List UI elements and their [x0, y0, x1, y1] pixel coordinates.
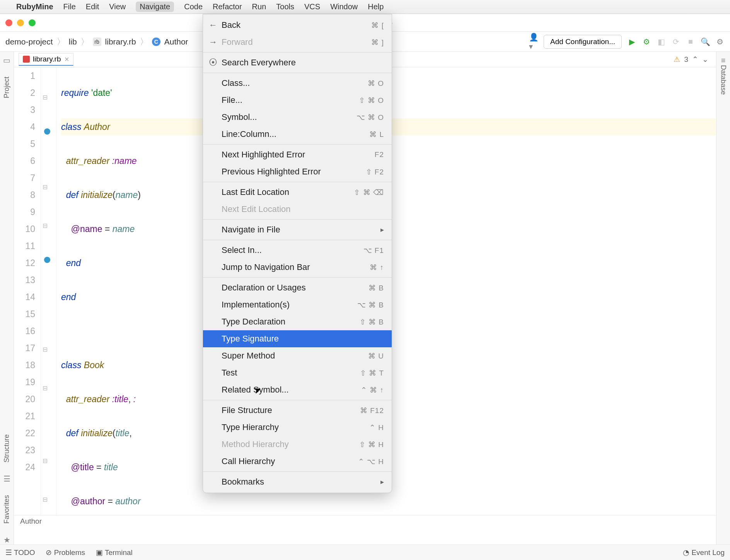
profile-icon[interactable]: ⟳ — [671, 37, 681, 46]
coverage-icon[interactable]: ◧ — [657, 37, 666, 46]
menu-vcs[interactable]: VCS — [304, 2, 320, 11]
menu-shortcut: ⇧ ⌘ H — [359, 440, 384, 449]
menu-view[interactable]: View — [109, 2, 126, 11]
menu-item-label: Select In... — [222, 245, 262, 255]
menu-shortcut: ⌃ ⌥ H — [358, 457, 384, 466]
debug-icon[interactable]: ⚙ — [642, 37, 651, 46]
menu-shortcut: ⌥ ⌘ B — [357, 300, 384, 309]
submenu-chevron-icon: ▸ — [380, 225, 384, 234]
project-tool[interactable]: Project — [3, 77, 11, 98]
crumb-file[interactable]: library.rb — [105, 37, 136, 46]
menu-shortcut: ⇧ ⌘ O — [359, 96, 384, 105]
run-icon[interactable]: ▶ — [627, 37, 636, 46]
user-icon[interactable]: 👤▾ — [529, 37, 538, 46]
problems-tool[interactable]: ⊘ Problems — [46, 548, 85, 557]
forward-arrow-icon: → — [208, 37, 218, 47]
add-configuration-button[interactable]: Add Configuration... — [544, 35, 622, 49]
menu-shortcut: ⇧ ⌘ T — [360, 369, 384, 377]
menu-shortcut: ⇧ F2 — [366, 167, 384, 176]
crumb-class[interactable]: Author — [164, 37, 188, 46]
menu-help[interactable]: Help — [368, 2, 384, 11]
menu-item-previous-highlighted-error[interactable]: Previous Highlighted Error⇧ F2 — [203, 163, 392, 180]
menu-item-label: Navigate in File — [222, 225, 280, 235]
tab-close-icon[interactable]: ✕ — [64, 56, 69, 63]
menu-item-symbol-[interactable]: Symbol...⌥ ⌘ O — [203, 109, 392, 126]
menu-file[interactable]: File — [63, 2, 76, 11]
inspection-widget[interactable]: ⚠ 3 ⌃ ⌄ — [674, 55, 708, 64]
settings-icon[interactable]: ⚙ — [715, 37, 725, 46]
line-gutter: 123456789101112131415161718192021222324 — [14, 67, 41, 515]
menu-item-implementation-s-[interactable]: Implementation(s)⌥ ⌘ B — [203, 296, 392, 313]
menu-shortcut: F2 — [375, 150, 384, 159]
menu-item-label: Line:Column... — [222, 129, 276, 139]
nav-breadcrumbs[interactable]: demo-project〉 lib〉 rb library.rb〉 C Auth… — [5, 36, 188, 47]
menu-item-last-edit-location[interactable]: Last Edit Location⇧ ⌘ ⌫ — [203, 184, 392, 201]
override-marker-icon[interactable] — [44, 257, 50, 263]
zoom-icon[interactable] — [29, 19, 36, 26]
menu-item-label: Implementation(s) — [222, 300, 290, 310]
menu-item-call-hierarchy[interactable]: Call Hierarchy⌃ ⌥ H — [203, 453, 392, 470]
menu-item-file-structure[interactable]: File Structure⌘ F12 — [203, 402, 392, 419]
menu-item-label: Type Signature — [222, 334, 279, 344]
menu-item-label: Method Hierarchy — [222, 439, 289, 449]
prev-highlight-icon[interactable]: ⌃ — [692, 55, 698, 64]
menu-item-label: Class... — [222, 78, 250, 88]
menu-item-back[interactable]: ←Back⌘ [ — [203, 17, 392, 34]
menu-item-type-declaration[interactable]: Type Declaration⇧ ⌘ B — [203, 313, 392, 330]
app-name[interactable]: RubyMine — [16, 2, 53, 11]
menu-item-navigate-in-file[interactable]: Navigate in File▸ — [203, 221, 392, 238]
menu-run[interactable]: Run — [252, 2, 266, 11]
project-tool-icon[interactable]: ▭ — [2, 56, 12, 65]
menu-item-super-method[interactable]: Super Method⌘ U — [203, 347, 392, 364]
menu-item-label: Call Hierarchy — [222, 456, 275, 466]
menu-item-related-symbol-[interactable]: Related Symbol...⌃ ⌘ ↑ — [203, 381, 392, 398]
menu-tools[interactable]: Tools — [276, 2, 294, 11]
menu-item-next-highlighted-error[interactable]: Next Highlighted ErrorF2 — [203, 146, 392, 163]
stop-icon[interactable]: ■ — [686, 37, 695, 46]
todo-tool[interactable]: ☰ TODO — [5, 548, 35, 557]
database-tool[interactable]: Database — [719, 65, 727, 95]
menu-item-type-hierarchy[interactable]: Type Hierarchy⌃ H — [203, 419, 392, 436]
menu-edit[interactable]: Edit — [86, 2, 99, 11]
crumb-project[interactable]: demo-project — [5, 37, 53, 46]
structure-tool[interactable]: Structure — [3, 434, 11, 463]
menu-item-declaration-or-usages[interactable]: Declaration or Usages⌘ B — [203, 279, 392, 296]
menu-code[interactable]: Code — [184, 2, 203, 11]
menu-item-label: Last Edit Location — [222, 187, 289, 197]
menu-item-type-signature[interactable]: Type Signature — [203, 330, 392, 347]
editor-breadcrumb[interactable]: Author — [14, 515, 716, 529]
menu-item-bookmarks[interactable]: Bookmarks▸ — [203, 473, 392, 490]
menu-navigate[interactable]: Navigate — [136, 2, 174, 12]
menu-item-line-column-[interactable]: Line:Column...⌘ L — [203, 126, 392, 143]
menu-item-next-edit-location: Next Edit Location — [203, 201, 392, 218]
menu-shortcut: ⇧ ⌘ ⌫ — [354, 188, 384, 197]
terminal-tool[interactable]: ▣ Terminal — [96, 548, 133, 557]
menu-item-class-[interactable]: Class...⌘ O — [203, 75, 392, 92]
right-tool-stripe: ≡ Database — [716, 52, 730, 545]
crumb-folder[interactable]: lib — [69, 37, 77, 46]
favorites-tool-icon[interactable]: ★ — [2, 535, 12, 545]
menu-shortcut: ⌃ H — [369, 423, 384, 432]
menu-shortcut: ⌘ L — [369, 130, 384, 139]
warning-icon: ⚠ — [674, 55, 680, 64]
event-log-tool[interactable]: ◔ Event Log — [683, 548, 725, 557]
menu-refactor[interactable]: Refactor — [213, 2, 242, 11]
file-tab[interactable]: library.rb ✕ — [19, 53, 73, 66]
next-highlight-icon[interactable]: ⌄ — [702, 55, 708, 64]
database-tool-icon[interactable]: ≡ — [719, 56, 728, 65]
search-icon[interactable]: 🔍 — [701, 37, 710, 46]
menu-item-select-in-[interactable]: Select In...⌥ F1 — [203, 242, 392, 259]
close-icon[interactable] — [5, 19, 12, 26]
menu-shortcut: ⌘ ↑ — [370, 263, 384, 272]
menu-item-jump-to-navigation-bar[interactable]: Jump to Navigation Bar⌘ ↑ — [203, 259, 392, 276]
menu-item-file-[interactable]: File...⇧ ⌘ O — [203, 92, 392, 109]
menu-item-test[interactable]: Test⇧ ⌘ T — [203, 364, 392, 381]
menu-item-search-everywhere[interactable]: ⦿Search Everywhere — [203, 54, 392, 71]
favorites-tool[interactable]: Favorites — [3, 495, 11, 524]
menu-window[interactable]: Window — [330, 2, 358, 11]
window-controls — [5, 19, 36, 26]
navigate-menu: ←Back⌘ [→Forward⌘ ]⦿Search EverywhereCla… — [203, 14, 392, 493]
structure-tool-icon[interactable]: ☰ — [2, 474, 12, 483]
minimize-icon[interactable] — [17, 19, 24, 26]
override-marker-icon[interactable] — [44, 128, 50, 135]
